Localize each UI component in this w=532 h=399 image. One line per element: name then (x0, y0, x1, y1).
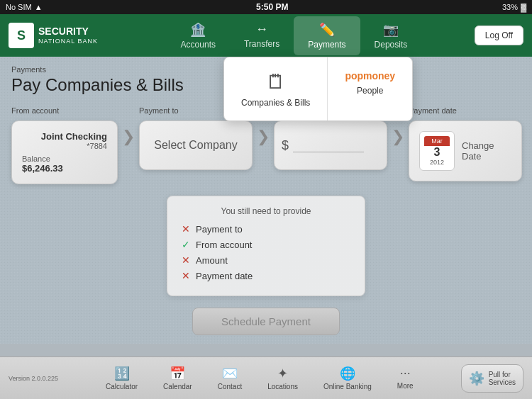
balance-label: Balance (22, 154, 107, 163)
popmoney-logo: popmoney (345, 70, 395, 82)
val-payment-to-icon: ✕ (182, 223, 190, 235)
amount-input[interactable] (293, 139, 364, 152)
schedule-payment-button[interactable]: Schedule Payment (192, 308, 340, 335)
validation-title: You still need to provide (182, 206, 350, 216)
transfers-icon: ↔️ (255, 22, 268, 37)
dollar-sign: $ (282, 138, 289, 153)
accounts-icon: 🏦 (190, 22, 206, 38)
nav-deposits[interactable]: 📷 Deposits (360, 16, 422, 55)
nav-transfers[interactable]: ↔️ Transfers (230, 16, 294, 55)
payments-dropdown: 🗒 Companies & Bills popmoney People (223, 57, 413, 121)
account-name: Joint Checking (22, 131, 107, 142)
val-from-account-icon: ✓ (182, 239, 190, 250)
bottom-nav: 🔢 Calculator 📅 Calendar ✉️ Contact ✦ Loc… (58, 361, 461, 395)
from-account-section: From account Joint Checking *7884 Balanc… (11, 106, 118, 184)
payments-icon: ✏️ (319, 22, 335, 38)
version-text: Version 2.0.0.225 (9, 375, 58, 382)
bottom-online-banking[interactable]: 🌐 Online Banking (311, 361, 384, 395)
calendar-bottom-icon: 📅 (170, 366, 185, 381)
bottom-calculator[interactable]: 🔢 Calculator (93, 361, 150, 395)
logo-shield: S (9, 23, 34, 48)
companies-bills-option[interactable]: 🗒 Companies & Bills (224, 57, 328, 120)
locations-icon: ✦ (277, 366, 288, 381)
gear-icon: ⚙️ (469, 371, 484, 386)
calculator-icon: 🔢 (114, 366, 130, 381)
top-nav: S SECURITY NATIONAL BANK 🏦 Accounts ↔️ T… (0, 14, 532, 57)
nav-payments[interactable]: ✏️ Payments (294, 16, 360, 55)
bottom-calendar[interactable]: 📅 Calendar (150, 361, 205, 395)
bottom-locations[interactable]: ✦ Locations (255, 361, 311, 395)
val-payment-date: ✕ Payment date (182, 270, 350, 281)
status-bar: No SIM ▲ 5:50 PM 33% ▓ (0, 0, 532, 14)
online-banking-icon: 🌐 (340, 366, 355, 381)
more-icon: ··· (400, 366, 411, 381)
val-from-account: ✓ From account (182, 239, 350, 250)
date-card[interactable]: Mar 3 2012 Change Date (409, 120, 522, 181)
payment-date-section: Payment date Mar 3 2012 Change Date (409, 106, 522, 181)
carrier: No SIM ▲ (6, 3, 43, 11)
val-payment-to: ✕ Payment to (182, 223, 350, 235)
account-card[interactable]: Joint Checking *7884 Balance $6,246.33 (11, 120, 118, 184)
schedule-btn-wrap: Schedule Payment (11, 308, 521, 335)
val-payment-date-icon: ✕ (182, 270, 190, 281)
val-amount: ✕ Amount (182, 254, 350, 266)
pull-services-button[interactable]: ⚙️ Pull for Services (461, 364, 523, 393)
val-amount-icon: ✕ (182, 254, 190, 266)
change-date-label[interactable]: Change Date (462, 140, 511, 162)
logo: S SECURITY NATIONAL BANK (0, 14, 113, 57)
calendar-icon: Mar 3 2012 (419, 131, 455, 171)
bottom-bar: Version 2.0.0.225 🔢 Calculator 📅 Calenda… (0, 356, 532, 399)
bottom-contact[interactable]: ✉️ Contact (205, 361, 255, 395)
account-number: *7884 (22, 142, 107, 150)
logoff-button[interactable]: Log Off (475, 26, 523, 45)
amount-card: $ (274, 120, 387, 170)
bottom-more[interactable]: ··· More (384, 361, 426, 395)
nav-items: 🏦 Accounts ↔️ Transfers ✏️ Payments 📷 De… (113, 16, 475, 55)
pull-services-label: Pull for Services (489, 371, 516, 386)
select-company-label: Select Company (154, 139, 237, 152)
deposits-icon: 📷 (383, 22, 399, 38)
arrow-2: ❯ (253, 128, 274, 146)
companies-bills-icon: 🗒 (266, 70, 286, 94)
select-company-card[interactable]: Select Company (139, 120, 253, 170)
contact-icon: ✉️ (222, 366, 238, 381)
clock: 5:50 PM (256, 2, 288, 12)
battery: 33% ▓ (502, 3, 526, 11)
nav-accounts[interactable]: 🏦 Accounts (167, 16, 230, 55)
balance-amount: $6,246.33 (22, 163, 107, 174)
logo-text: SECURITY NATIONAL BANK (38, 26, 98, 44)
validation-box: You still need to provide ✕ Payment to ✓… (167, 196, 365, 296)
arrow-1: ❯ (118, 128, 139, 146)
arrow-3: ❯ (387, 128, 409, 146)
people-option[interactable]: popmoney People (328, 57, 412, 120)
